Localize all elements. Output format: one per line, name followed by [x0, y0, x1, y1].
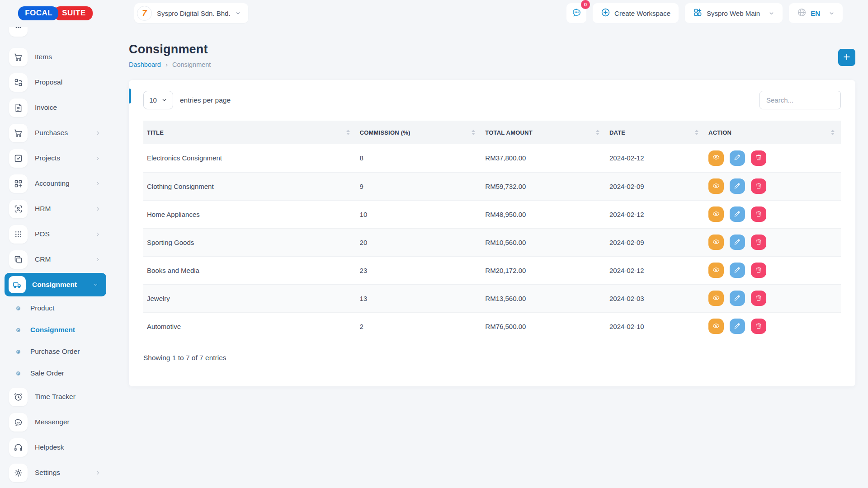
create-workspace-button[interactable]: Create Workspace — [593, 3, 679, 23]
bullet-icon — [16, 328, 20, 332]
projects-icon — [9, 149, 28, 168]
chat-icon — [9, 413, 28, 432]
delete-button[interactable] — [751, 235, 766, 250]
workspace-switcher[interactable]: Syspro Web Main — [685, 3, 783, 23]
sidebar-item-messenger[interactable]: Messenger — [0, 409, 111, 435]
messenger-button[interactable]: 0 — [566, 3, 586, 23]
delete-button[interactable] — [751, 206, 766, 222]
cell-title: Jewelry — [143, 284, 356, 312]
column-header-title[interactable]: TITLE — [143, 121, 356, 144]
sidebar-item-time-tracker[interactable]: Time Tracker — [0, 384, 111, 409]
sidebar-item-hrm[interactable]: HRM — [0, 196, 111, 221]
sidebar-subitem-sale-order[interactable]: Sale Order — [0, 362, 111, 384]
search-input[interactable] — [760, 91, 841, 109]
cell-commission: 13 — [356, 284, 482, 312]
chevron-down-icon — [829, 10, 835, 16]
sidebar-subitem-label: Purchase Order — [30, 347, 80, 356]
notification-badge: 0 — [581, 0, 590, 9]
chevron-right-icon — [95, 470, 101, 476]
sidebar-item-label: Invoice — [35, 103, 57, 112]
view-eye-icon — [712, 238, 720, 247]
delete-button[interactable] — [751, 263, 766, 278]
sidebar-item-label: HRM — [35, 205, 51, 213]
cell-title: Books and Media — [143, 256, 356, 284]
edit-button[interactable] — [730, 150, 745, 166]
sidebar-item-helpdesk[interactable]: Helpdesk — [0, 435, 111, 460]
sidebar-subitem-purchase-order[interactable]: Purchase Order — [0, 341, 111, 362]
pos-icon — [9, 225, 28, 244]
view-button[interactable] — [708, 291, 724, 306]
breadcrumb-dashboard-link[interactable]: Dashboard — [129, 61, 161, 68]
entries-per-page-select[interactable]: 10 — [143, 91, 173, 109]
delete-button[interactable] — [751, 319, 766, 334]
breadcrumb-current: Consignment — [172, 61, 211, 68]
topbar: FOCAL SUITE 7 Syspro Digital Sdn. Bhd. 0… — [0, 0, 868, 26]
view-button[interactable] — [708, 319, 724, 334]
column-header-total-amount[interactable]: TOTAL AMOUNT — [481, 121, 606, 144]
delete-trash-icon — [755, 266, 762, 275]
sidebar-item-settings[interactable]: Settings — [0, 460, 111, 485]
headset-icon — [9, 438, 28, 457]
column-header-label: ACTION — [708, 129, 731, 136]
sidebar-item-invoice[interactable]: Invoice — [0, 95, 111, 120]
column-header-date[interactable]: DATE — [606, 121, 705, 144]
logo-focal: FOCAL — [18, 6, 58, 20]
sidebar-item-partial[interactable] — [0, 27, 111, 44]
cell-date: 2024-02-09 — [606, 172, 705, 200]
sidebar-item-consignment[interactable]: Consignment — [5, 273, 106, 296]
edit-button[interactable] — [730, 206, 745, 222]
view-button[interactable] — [708, 206, 724, 222]
workspace-selector[interactable]: 7 Syspro Digital Sdn. Bhd. — [134, 3, 248, 23]
app-logo[interactable]: FOCAL SUITE — [0, 6, 111, 20]
sidebar-item-accounting[interactable]: Accounting — [0, 171, 111, 196]
sidebar-subitem-label: Consignment — [30, 326, 75, 334]
edit-button[interactable] — [730, 319, 745, 334]
delete-button[interactable] — [751, 150, 766, 166]
invoice-icon — [9, 99, 28, 117]
breadcrumb: Dashboard › Consignment — [129, 61, 855, 68]
edit-pencil-icon — [734, 266, 741, 275]
sort-icon — [472, 130, 475, 135]
add-consignment-button[interactable] — [838, 49, 855, 66]
cell-commission: 9 — [356, 172, 482, 200]
delete-button[interactable] — [751, 291, 766, 306]
column-header-commission[interactable]: COMMISSION (%) — [356, 121, 482, 144]
view-eye-icon — [712, 266, 720, 275]
edit-button[interactable] — [730, 178, 745, 194]
sort-icon — [596, 130, 599, 135]
sidebar-subitem-consignment[interactable]: Consignment — [0, 319, 111, 341]
chat-bubble-icon — [571, 7, 582, 19]
sidebar-item-items[interactable]: Items — [0, 44, 111, 70]
column-header-action[interactable]: ACTION — [705, 121, 841, 144]
sidebar-subitem-product[interactable]: Product — [0, 297, 111, 319]
column-header-label: TITLE — [147, 129, 164, 136]
sidebar-item-crm[interactable]: CRM — [0, 247, 111, 272]
main-content: Consignment Dashboard › Consignment 10 e… — [111, 26, 868, 488]
cell-total-amount: RM13,560.00 — [481, 284, 606, 312]
chevron-down-icon — [93, 282, 99, 288]
truck-icon — [9, 276, 26, 293]
edit-button[interactable] — [730, 235, 745, 250]
cell-total-amount: RM48,950.00 — [481, 200, 606, 228]
view-button[interactable] — [708, 150, 724, 166]
gear-icon — [9, 464, 28, 482]
chevron-right-icon — [95, 155, 101, 161]
delete-trash-icon — [755, 322, 762, 331]
sidebar-item-proposal[interactable]: Proposal — [0, 70, 111, 95]
view-button[interactable] — [708, 235, 724, 250]
edit-button[interactable] — [730, 263, 745, 278]
sidebar-item-pos[interactable]: POS — [0, 221, 111, 247]
sidebar-item-projects[interactable]: Projects — [0, 145, 111, 171]
cell-actions — [705, 200, 841, 228]
view-button[interactable] — [708, 263, 724, 278]
sidebar-item-purchases[interactable]: Purchases — [0, 120, 111, 145]
hrm-icon — [9, 200, 28, 218]
plus-circle-icon — [601, 8, 610, 19]
language-selector[interactable]: EN — [789, 3, 843, 23]
cell-title: Electronics Consignment — [143, 144, 356, 172]
edit-button[interactable] — [730, 291, 745, 306]
cell-commission: 2 — [356, 312, 482, 340]
view-button[interactable] — [708, 178, 724, 194]
breadcrumb-separator: › — [165, 61, 168, 68]
delete-button[interactable] — [751, 178, 766, 194]
